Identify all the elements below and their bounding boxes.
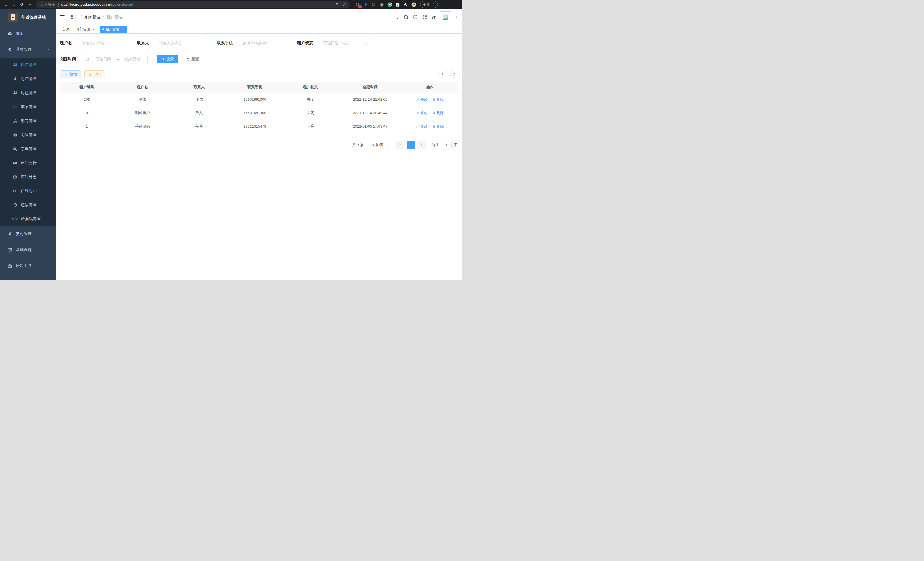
sidebar-item-notice[interactable]: 通知公告 (0, 156, 56, 170)
refresh-button[interactable] (450, 71, 458, 78)
extensions-puzzle-icon[interactable] (403, 2, 409, 8)
delete-link[interactable]: 删除 (432, 97, 444, 102)
extension-command-icon[interactable]: ⌘ (371, 2, 376, 8)
hide-search-button[interactable] (440, 71, 447, 78)
delete-link[interactable]: 删除 (432, 110, 444, 116)
github-icon[interactable] (403, 15, 409, 20)
range-separator: - (117, 57, 118, 62)
help-question-icon[interactable] (413, 15, 418, 20)
extension-grid-icon[interactable] (395, 2, 400, 8)
tab-dept[interactable]: 部门管理 × (74, 26, 98, 33)
font-size-icon[interactable]: тT (431, 15, 436, 20)
status-select[interactable]: 请选择租户状态 (319, 39, 371, 47)
extension-kite-icon[interactable] (363, 2, 369, 8)
dictionary-icon (12, 147, 18, 151)
avatar-dropdown-caret[interactable]: ▼ (455, 16, 458, 19)
tab-home[interactable]: 首页 (60, 26, 72, 33)
yen-icon: ¥ (6, 231, 13, 237)
sidebar-item-dict[interactable]: 字典管理 (0, 142, 56, 156)
tags-view-bar: 首页 部门管理 × 租户管理 × (56, 25, 462, 34)
status-label: 租户状态 (297, 41, 313, 46)
tenant-name-input[interactable] (78, 39, 128, 47)
sidebar-collapse-icon[interactable] (59, 14, 65, 20)
browser-home-icon[interactable]: ⌂ (26, 1, 34, 8)
search-icon[interactable] (394, 15, 399, 20)
browser-menu-icon[interactable]: ⋮ (431, 3, 435, 7)
chevron-up-icon (47, 48, 51, 51)
contact-label: 联系人 (137, 41, 149, 46)
update-label: 更新 (423, 2, 430, 7)
sidebar-item-home[interactable]: 首页 (0, 26, 56, 42)
roles-users-icon (12, 90, 18, 95)
sidebar-item-audit-log[interactable]: 审计日志 (0, 170, 56, 184)
browser-forward-icon[interactable]: → (10, 1, 18, 8)
sidebar-item-post[interactable]: 岗位管理 (0, 128, 56, 142)
sidebar-item-label: 通知公告 (21, 160, 37, 165)
close-icon[interactable]: × (121, 27, 125, 32)
extension-circle-icon[interactable] (379, 2, 385, 8)
edit-link[interactable]: 修改 (416, 97, 428, 102)
cell-status: 开启 (283, 120, 338, 133)
user-icon (12, 77, 18, 81)
sidebar-item-user[interactable]: 用户管理 (0, 72, 56, 86)
sidebar-item-system[interactable]: ⚙ 系统管理 (0, 42, 56, 58)
extension-pinned-icon[interactable]: 10 (355, 2, 361, 8)
bookmark-star-icon[interactable]: ☆ (343, 2, 346, 7)
browser-update-button[interactable]: 更新 ⋮ (420, 1, 438, 8)
sidebar-item-menu[interactable]: 菜单管理 (0, 100, 56, 114)
trash-icon (432, 111, 435, 115)
app-logo[interactable]: 芋道管理系统 (0, 9, 56, 26)
tenant-name-label: 租户名 (60, 41, 72, 46)
sidebar-item-dev-tools[interactable]: 研发工具 (0, 258, 56, 274)
sidebar-item-infrastructure[interactable]: 基础设施 (0, 242, 56, 258)
delete-link-label: 删除 (436, 110, 444, 116)
reset-button[interactable]: 重置 (182, 55, 203, 63)
export-button[interactable]: 导出 (84, 70, 105, 78)
reset-button-label: 重置 (191, 57, 199, 62)
browser-reload-icon[interactable]: ⟳ (18, 1, 26, 8)
address-bar[interactable]: 不安全 dashboard.yudao.iocoder.cn/system/te… (36, 1, 350, 8)
sidebar-item-sms[interactable]: 短信管理 (0, 198, 56, 212)
sidebar-item-error-code[interactable]: </> 错误码管理 (0, 212, 56, 226)
mobile-input[interactable] (239, 39, 288, 47)
col-header-created: 创建时间 (338, 82, 402, 93)
site-security[interactable]: 不安全 (39, 2, 56, 7)
tab-tenant[interactable]: 租户管理 × (100, 26, 128, 33)
user-avatar[interactable] (440, 11, 451, 23)
contact-input[interactable] (155, 39, 208, 47)
goto-page-input[interactable] (441, 141, 452, 149)
extension-green-y-icon[interactable] (387, 2, 393, 8)
sidebar-item-tenant[interactable]: 租户管理 (0, 58, 56, 72)
next-page-button[interactable]: › (418, 141, 426, 149)
sidebar-item-dept[interactable]: 部门管理 (0, 114, 56, 128)
add-button[interactable]: ＋ 新增 (60, 70, 81, 78)
chevron-down-icon (365, 42, 368, 45)
breadcrumb-system[interactable]: 系统管理 (84, 15, 100, 20)
delete-link[interactable]: 删除 (432, 124, 444, 129)
browser-back-icon[interactable]: ← (2, 1, 10, 8)
edit-link[interactable]: 修改 (416, 124, 428, 129)
create-time-range-picker[interactable]: 开始日期 - 结束日期 (82, 55, 148, 63)
sidebar-item-payment[interactable]: ¥ 支付管理 (0, 226, 56, 242)
close-icon[interactable]: × (92, 27, 95, 32)
sidebar-item-role[interactable]: 角色管理 (0, 86, 56, 100)
search-button[interactable]: 搜索 (157, 55, 178, 63)
chevron-down-icon (386, 144, 389, 146)
logo-rabbit-image (8, 13, 18, 22)
page-size-select[interactable]: 10条/页 (367, 141, 393, 149)
prev-page-button[interactable]: ‹ (396, 141, 404, 149)
sidebar-item-online-users[interactable]: 在线用户 (0, 184, 56, 198)
warning-icon (39, 3, 43, 7)
tab-label: 部门管理 (76, 27, 90, 32)
fullscreen-icon[interactable] (422, 15, 427, 20)
system-submenu: 租户管理 用户管理 角色管理 菜单管理 部门管理 (0, 58, 56, 226)
filter-row-2: 创建时间 开始日期 - 结束日期 搜索 重置 (60, 55, 458, 63)
toolbox-icon (6, 264, 13, 268)
page-number-1[interactable]: 1 (407, 141, 415, 149)
breadcrumb-home[interactable]: 首页 (70, 15, 78, 20)
share-icon[interactable] (335, 3, 339, 7)
download-icon (88, 73, 92, 76)
calendar-icon (85, 57, 89, 61)
edit-link[interactable]: 修改 (416, 110, 428, 116)
profile-avatar-icon[interactable] (411, 2, 417, 8)
